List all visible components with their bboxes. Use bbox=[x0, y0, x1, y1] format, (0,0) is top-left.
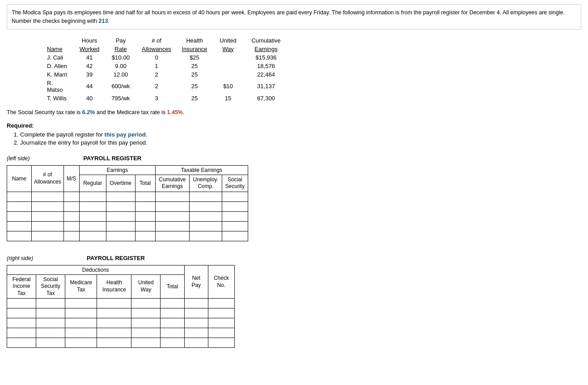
emp-united: 15 bbox=[212, 94, 244, 103]
lr-allowances bbox=[32, 211, 64, 221]
ss-text-part2: and the Medicare tax rate is bbox=[95, 109, 167, 116]
right-register-row bbox=[7, 308, 235, 318]
required-title: Required: bbox=[7, 122, 581, 129]
col-header-pay-label: Pay bbox=[105, 36, 136, 45]
rr-health bbox=[97, 338, 131, 348]
col-header-cumulative-label: Cumulative bbox=[244, 36, 288, 45]
emp-health: 25 bbox=[177, 70, 212, 79]
rr-total bbox=[161, 299, 184, 308]
emp-health: 25 bbox=[177, 62, 212, 70]
right-register-table: Deductions NetPay CheckNo. FederalIncome… bbox=[7, 265, 235, 348]
rr-united bbox=[131, 328, 161, 338]
lr-regular bbox=[79, 231, 106, 241]
rr-total bbox=[161, 338, 184, 348]
emp-allowances: 2 bbox=[136, 79, 177, 94]
emp-united: $10 bbox=[212, 79, 244, 94]
emp-rate: 9.00 bbox=[105, 62, 136, 70]
left-col-unemploy-header: Unemploy.Comp. bbox=[190, 175, 222, 192]
left-register-row bbox=[7, 192, 248, 201]
ss-rate1: 6.2% bbox=[82, 109, 95, 116]
left-col-total-header: Total bbox=[135, 175, 155, 192]
rr-social bbox=[36, 318, 65, 328]
lr-ms bbox=[63, 221, 79, 231]
left-register-row bbox=[7, 231, 248, 241]
left-col-cumulative-header: CumulativeEarnings bbox=[155, 175, 189, 192]
required-list: Complete the payroll register for this p… bbox=[20, 131, 581, 146]
lr-overtime bbox=[106, 221, 135, 231]
rr-net-pay bbox=[184, 328, 208, 338]
lr-cumulative bbox=[155, 221, 189, 231]
emp-cumulative: 31,137 bbox=[244, 79, 288, 94]
rr-check-no bbox=[208, 318, 234, 328]
left-register-row bbox=[7, 201, 248, 211]
emp-health: 25 bbox=[177, 94, 212, 103]
rr-united bbox=[131, 318, 161, 328]
rr-net-pay bbox=[184, 338, 208, 348]
intro-highlight-213: 213 bbox=[99, 18, 108, 24]
lr-social bbox=[222, 221, 248, 231]
emp-name: J. Cali bbox=[42, 53, 74, 62]
earnings-header: Earnings bbox=[79, 165, 155, 175]
lr-name bbox=[7, 201, 32, 211]
col-header-allowances-label: # of bbox=[136, 36, 177, 45]
intro-text-part2: . bbox=[108, 18, 109, 24]
rr-health bbox=[97, 299, 131, 308]
lr-unemploy bbox=[190, 192, 222, 201]
rr-health bbox=[97, 328, 131, 338]
ss-text-part1: The Social Security tax rate is bbox=[7, 109, 82, 116]
emp-allowances: 1 bbox=[136, 62, 177, 70]
emp-united bbox=[212, 62, 244, 70]
right-register-row bbox=[7, 299, 235, 308]
lr-allowances bbox=[32, 192, 64, 201]
lr-allowances bbox=[32, 221, 64, 231]
emp-name: K. Marri bbox=[42, 70, 74, 79]
right-col-united-header: UnitedWay bbox=[131, 274, 161, 299]
rr-social bbox=[36, 328, 65, 338]
right-register-row bbox=[7, 338, 235, 348]
right-side-label: (right side) bbox=[7, 255, 33, 261]
lr-ms bbox=[63, 231, 79, 241]
lr-regular bbox=[79, 192, 106, 201]
right-col-net-pay-header: NetPay bbox=[184, 265, 208, 299]
lr-unemploy bbox=[190, 201, 222, 211]
rr-medicare bbox=[65, 338, 97, 348]
emp-health: $25 bbox=[177, 53, 212, 62]
ss-text-part3: . bbox=[183, 109, 184, 116]
lr-regular bbox=[79, 221, 106, 231]
col-header-health: Insurance bbox=[177, 45, 212, 53]
rr-net-pay bbox=[184, 299, 208, 308]
lr-unemploy bbox=[190, 211, 222, 221]
rr-federal bbox=[7, 308, 36, 318]
lr-ms bbox=[63, 211, 79, 221]
rr-federal bbox=[7, 338, 36, 348]
emp-hours: 42 bbox=[74, 62, 105, 70]
emp-rate: 795/wk bbox=[105, 94, 136, 103]
emp-cumulative: 22,464 bbox=[244, 70, 288, 79]
left-payroll-section: (left side) PAYROLL REGISTER Name # ofAl… bbox=[7, 155, 581, 241]
employee-row: K. Marri 39 12.00 2 25 22,464 bbox=[42, 70, 288, 79]
col-header-united-label: United bbox=[212, 36, 244, 45]
lr-total bbox=[135, 211, 155, 221]
left-register-row bbox=[7, 211, 248, 221]
ss-rate2: 1.45% bbox=[167, 109, 183, 116]
lr-name bbox=[7, 192, 32, 201]
rr-medicare bbox=[65, 299, 97, 308]
right-col-social-header: SocialSecurityTax bbox=[36, 274, 65, 299]
lr-ms bbox=[63, 201, 79, 211]
required-item-1-highlight: this pay period bbox=[105, 131, 146, 138]
employee-row: J. Cali 41 $10.00 0 $25 $15,936 bbox=[42, 53, 288, 62]
lr-total bbox=[135, 231, 155, 241]
rr-federal bbox=[7, 299, 36, 308]
rr-social bbox=[36, 299, 65, 308]
right-col-federal-header: FederalIncomeTax bbox=[7, 274, 36, 299]
employee-data-table: Hours Pay # of Health United Cumulative … bbox=[42, 36, 288, 103]
rr-total bbox=[161, 318, 184, 328]
emp-health: 25 bbox=[177, 79, 212, 94]
social-security-note: The Social Security tax rate is 6.2% and… bbox=[7, 109, 581, 116]
right-payroll-section: (right side) PAYROLL REGISTER Deductions… bbox=[7, 255, 581, 348]
right-col-health-header: HealthInsurance bbox=[97, 274, 131, 299]
emp-cumulative: $15,936 bbox=[244, 53, 288, 62]
lr-name bbox=[7, 231, 32, 241]
col-header-allowances: Allowances bbox=[136, 45, 177, 53]
lr-name bbox=[7, 221, 32, 231]
